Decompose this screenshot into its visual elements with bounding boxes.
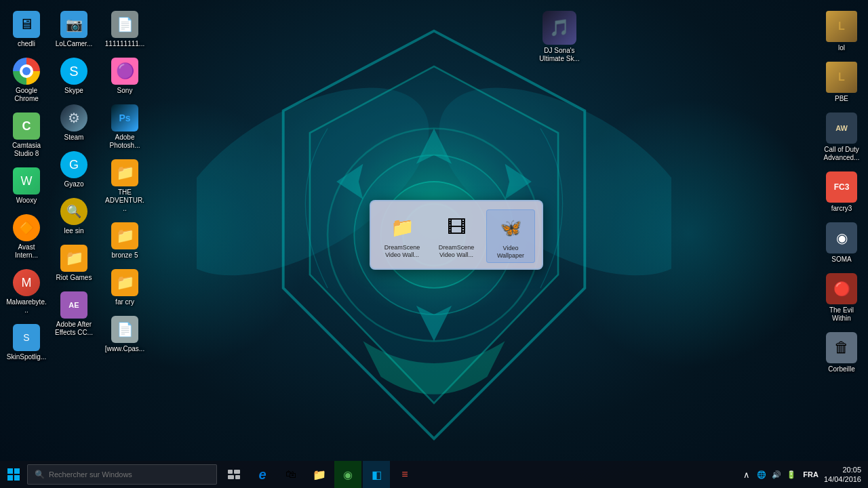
store-icon: 🛍 [285,468,296,481]
icon-afterfx[interactable]: AE Adobe After Effects CC... [51,287,97,341]
tray-battery[interactable]: 🔋 [785,468,797,481]
icon-djsona[interactable]: 🎵 DJ Sona's Ultimate Sk... [529,7,590,67]
search-icon: 🔍 [35,470,45,479]
icon-label-cpas: [www.Cpas... [105,345,144,353]
icon-wooxy[interactable]: W Wooxy [3,163,50,209]
text-icon: 📄 [111,11,138,38]
icon-camtasia[interactable]: C Camtasia Studio 8 [3,108,50,162]
icon-corbeille[interactable]: 🗑 Corbeille [817,328,866,378]
icon-farcry[interactable]: 📁 far cry [102,265,148,310]
icon-label-evil: The Evil Within [820,306,863,323]
chrome-icon [13,58,40,85]
icon-label-skin: SkinSpotlig... [7,353,46,361]
icon-label-corbeille: Corbeille [828,365,854,373]
icon-label-photoshop: Adobe Photosh... [104,134,145,150]
icon-malware[interactable]: M Malwarebyte... [3,265,50,319]
fc3-icon: FC3 [826,171,857,203]
icon-label-leesin: lee sin [64,227,84,235]
icon-label-chrome: Google Chrome [6,87,47,103]
start-button[interactable] [0,461,27,488]
icon-gyazo[interactable]: G Gyazo [51,147,97,192]
popup-item-dreamscene1[interactable]: 📁 DreamScene Video Wall... [378,209,427,263]
edge-btn[interactable]: e [249,461,276,488]
adventure-icon: 📁 [111,159,138,186]
svg-rect-13 [235,475,240,479]
lol-icon: L [826,11,857,42]
icon-label-steam: Steam [64,134,84,142]
icon-lol[interactable]: L lol [817,7,866,56]
search-input[interactable] [49,470,210,479]
svg-rect-10 [228,470,233,474]
icon-label-afterfx: Adobe After Effects CC... [54,321,94,337]
popup-item-dreamscene2[interactable]: 🎞 DreamScene Video Wall... [432,209,481,263]
explorer-btn[interactable]: 📁 [306,461,333,488]
task-view-btn[interactable] [220,461,248,488]
icon-label-avast: Avast Intern... [6,243,47,260]
icon-leesin[interactable]: 🔍 lee sin [51,194,97,239]
icon-pbe[interactable]: L PBE [817,58,866,107]
icon-adventure[interactable]: 📁 THE ADVENTUR... [102,155,148,217]
app5-icon: ◉ [343,468,353,481]
icon-label-chedli: chedli [18,40,35,48]
volume-icon: 🔊 [772,470,781,479]
popup-item-videowallpaper[interactable]: 🦋 Video Wallpaper [486,209,535,263]
icon-1111[interactable]: 📄 111111111... [102,7,148,52]
icon-avast[interactable]: 🔶 Avast Intern... [3,210,50,264]
icon-label-gyazo: Gyazo [64,180,84,188]
icon-lolcam[interactable]: 📷 LoLCamer... [51,7,97,52]
camtasia-icon: C [13,113,40,140]
windows-icon [7,468,20,481]
icon-cod[interactable]: AW Call of Duty Advanced... [817,108,866,166]
icon-label-cod: Call of Duty Advanced... [820,146,863,162]
photoshop-icon: Ps [111,104,138,131]
icon-soma[interactable]: ◉ SOMA [817,218,866,268]
tray-network[interactable]: 🌐 [755,468,768,481]
farcry-icon: 📁 [111,269,138,296]
icon-sony[interactable]: 🟣 Sony [102,54,148,99]
app6-btn[interactable]: ◧ [363,461,390,488]
taskbar: 🔍 e 🛍 📁 ◉ ◧ ≡ [0,461,868,488]
icon-fc3[interactable]: FC3 farcry3 [817,167,866,217]
app5-btn[interactable]: ◉ [334,461,361,488]
icon-steam[interactable]: ⚙ Steam [51,100,97,146]
icon-label-fc3: farcry3 [831,205,852,213]
icon-riot[interactable]: 📁 Riot Games [51,241,97,286]
popup-label-dreamscene2: DreamScene Video Wall... [435,244,478,259]
store-btn[interactable]: 🛍 [277,461,304,488]
battery-icon: 🔋 [787,470,796,479]
wooxy-icon: W [13,167,40,195]
dreamscene2-icon: 🎞 [441,212,471,242]
djsona-icon: 🎵 [542,11,576,45]
tray-language[interactable]: FRA [803,470,818,479]
app7-btn[interactable]: ≡ [391,461,418,488]
icon-col-right: L lol L PBE AW Call of Duty Advanced... … [814,0,868,386]
desktop: 🖥 chedli Google Chrome C Camtasia Studio… [0,0,868,461]
tray-chevron[interactable]: ∧ [741,468,753,481]
icon-col-3: 📄 111111111... 🟣 Sony Ps Adobe Photosh..… [98,0,149,365]
icon-chrome[interactable]: Google Chrome [3,54,50,107]
lolcam-icon: 📷 [60,11,87,38]
app7-icon: ≡ [401,468,408,481]
avast-icon: 🔶 [13,214,40,241]
icon-chedli[interactable]: 🖥 chedli [3,7,50,52]
icon-label-pbe: PBE [835,95,848,103]
dreamscene1-icon: 📁 [387,212,417,242]
icon-cpas[interactable]: 📄 [www.Cpas... [102,312,148,357]
icon-photoshop[interactable]: Ps Adobe Photosh... [102,100,148,154]
icon-label-lol: lol [838,44,845,52]
app6-icon: ◧ [372,468,382,481]
icon-skin[interactable]: S SkinSpotlig... [3,320,50,365]
icon-evil-within[interactable]: 🔴 The Evil Within [817,269,866,327]
icon-label-malware: Malwarebyte... [6,298,47,314]
icon-bronze5[interactable]: 📁 bronze 5 [102,218,148,264]
icon-label-wooxy: Wooxy [16,197,37,205]
tray-volume[interactable]: 🔊 [770,468,783,481]
search-bar[interactable]: 🔍 [27,464,217,485]
svg-rect-7 [14,468,20,474]
pbe-icon: L [826,62,857,93]
edge-icon: e [258,467,266,483]
icon-col-2: 📷 LoLCamer... S Skype ⚙ Steam G Gyazo 🔍 … [47,0,98,349]
chedli-icon: 🖥 [13,11,40,38]
icon-skype[interactable]: S Skype [51,54,97,99]
tray-clock[interactable]: 20:05 14/04/2016 [824,465,861,485]
